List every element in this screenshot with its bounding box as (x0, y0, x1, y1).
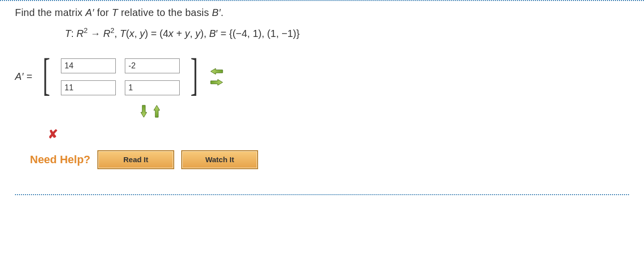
divider (15, 194, 629, 195)
matrix-grid (59, 55, 182, 98)
add-column-icon[interactable] (210, 78, 224, 86)
var-t: T (112, 7, 118, 18)
matrix-cell-0-0[interactable] (61, 58, 116, 73)
svg-marker-3 (154, 105, 160, 117)
svg-marker-1 (211, 79, 223, 85)
text: relative to the basis (118, 7, 212, 18)
matrix-label: A′ = (15, 71, 32, 82)
text: . (221, 7, 224, 18)
question-prompt: Find the matrix A′ for T relative to the… (15, 7, 629, 18)
button-label: Watch It (205, 155, 234, 164)
formula: T: R2 → R2, T(x, y) = (4x + y, y), B′ = … (65, 26, 629, 39)
matrix-cell-1-0[interactable] (61, 80, 116, 95)
read-it-button[interactable]: Read It (97, 150, 174, 169)
text: Find the matrix (15, 7, 85, 18)
left-bracket: [ (43, 52, 50, 97)
var-aprime: A′ (85, 7, 94, 18)
matrix-cell-1-1[interactable] (125, 80, 180, 95)
watch-it-button[interactable]: Watch It (181, 150, 258, 169)
var-bprime: B′ (212, 7, 221, 18)
text: for (94, 7, 112, 18)
right-bracket: ] (191, 52, 198, 97)
add-row-icon[interactable] (140, 104, 148, 118)
svg-marker-2 (141, 105, 147, 117)
matrix-input-row: A′ = [ ] (15, 54, 629, 99)
matrix-cell-0-1[interactable] (125, 58, 180, 73)
button-label: Read It (123, 155, 148, 164)
remove-row-icon[interactable] (153, 104, 161, 118)
need-help-label: Need Help? (30, 153, 90, 166)
svg-marker-0 (211, 68, 223, 74)
remove-column-icon[interactable] (210, 67, 224, 75)
incorrect-icon: ✘ (48, 127, 629, 141)
help-row: Need Help? Read It Watch It (30, 150, 629, 169)
